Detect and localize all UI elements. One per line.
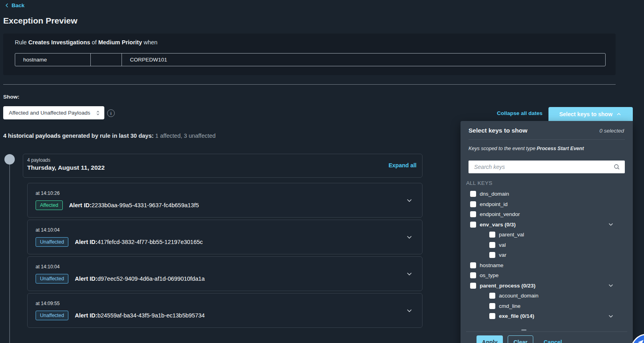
info-icon[interactable]: i <box>107 109 115 117</box>
back-link[interactable]: Back <box>4 2 24 8</box>
collapse-all-dates-link[interactable]: Collapse all dates <box>497 110 542 116</box>
paper-plane-icon <box>637 339 644 343</box>
key-row[interactable]: var <box>461 250 633 260</box>
rule-of: of <box>92 39 97 46</box>
chevron-down-icon[interactable] <box>607 221 614 228</box>
alert-id-label: Alert ID: <box>75 239 97 245</box>
date-group-header[interactable]: 4 payloads Thursday, August 11, 2022 Exp… <box>23 154 423 178</box>
alert-id-label: Alert ID: <box>69 202 92 208</box>
checkbox[interactable] <box>489 313 495 319</box>
panel-divider <box>469 139 625 140</box>
rule-priority: Medium Priority <box>98 39 142 46</box>
checkbox[interactable] <box>470 211 476 217</box>
date-group-date: Thursday, August 11, 2022 <box>27 164 105 171</box>
alert-id-value: d97eec52-9409-4d6a-af1d-0699010fda1a <box>98 276 205 282</box>
checkbox[interactable] <box>470 272 476 278</box>
all-keys-section-label: ALL KEYS <box>466 180 492 186</box>
checkbox[interactable] <box>489 293 495 299</box>
key-row[interactable]: os_type <box>461 270 633 281</box>
key-label: cmd_line <box>499 303 520 309</box>
key-row[interactable]: endpoint_id <box>461 199 633 210</box>
alert-id-text: Alert ID:b24559af-ba34-43f5-9a1b-ec13b5b… <box>75 312 205 319</box>
timeline-line <box>9 165 10 343</box>
key-row[interactable]: parent_val <box>461 230 633 240</box>
checkbox[interactable] <box>489 252 495 258</box>
key-label: os_type <box>480 272 498 278</box>
payload-card[interactable]: at 14:10:04 Unaffected Alert ID:417fefcd… <box>27 220 423 254</box>
status-badge: Unaffected <box>36 311 68 320</box>
keys-panel-title: Select keys to show <box>469 127 527 134</box>
key-row[interactable]: env_vars (0/3) <box>461 220 633 230</box>
key-row[interactable]: exe_file (0/14) <box>461 311 633 321</box>
checkbox[interactable] <box>470 262 476 268</box>
expand-all-link[interactable]: Expand all <box>389 162 417 169</box>
cancel-link[interactable]: Cancel <box>544 339 562 343</box>
key-label: parent_process (0/23) <box>480 283 536 289</box>
rule-action: Creates Investigations <box>28 39 90 46</box>
key-row[interactable]: val <box>461 240 633 250</box>
panel-divider <box>466 331 627 332</box>
alert-id-value: 417fefcd-3832-4f77-bb55-12197e30165c <box>98 239 203 245</box>
alert-id-label: Alert ID: <box>75 312 97 319</box>
checkbox[interactable] <box>489 303 495 309</box>
key-row[interactable]: parent_process (0/23) <box>461 281 633 291</box>
show-filter-value: Affected and Unaffected Payloads <box>9 110 90 116</box>
checkbox[interactable] <box>470 283 476 289</box>
select-keys-panel: Select keys to show 0 selected Keys scop… <box>461 121 633 343</box>
select-keys-to-show-button[interactable]: Select keys to show <box>548 107 633 121</box>
summary-middle: generated by rule in last 30 days: <box>62 133 154 139</box>
chevron-down-icon[interactable] <box>607 313 614 320</box>
rule-prefix: Rule <box>15 39 27 46</box>
panel-actions: Apply Clear Cancel <box>477 335 562 343</box>
payload-list: at 14:10:26 Affected Alert ID:2233b0aa-9… <box>27 183 423 328</box>
chevron-up-icon <box>616 111 622 117</box>
select-keys-button-label: Select keys to show <box>559 111 612 117</box>
chevron-down-icon[interactable] <box>607 282 614 289</box>
payload-time: at 14:10:26 <box>36 190 414 196</box>
search-keys-input[interactable] <box>469 161 625 173</box>
checkbox[interactable] <box>470 201 476 207</box>
rule-suffix: when <box>144 39 158 46</box>
clear-button[interactable]: Clear <box>508 335 533 343</box>
key-label: exe_file (0/14) <box>499 313 534 319</box>
key-label: parent_val <box>499 232 524 238</box>
date-group-payload-count: 4 payloads <box>27 157 50 163</box>
key-row[interactable]: hostname <box>461 260 633 271</box>
key-label: endpoint_id <box>480 201 508 207</box>
show-filter-label: Show: <box>3 94 20 100</box>
summary-count: 4 historical payloads <box>3 133 60 139</box>
chevron-down-icon[interactable] <box>405 270 413 278</box>
key-row[interactable]: endpoint_vendor <box>461 209 633 220</box>
key-list: dns_domain endpoint_id endpoint_vendor e… <box>461 189 633 321</box>
checkbox[interactable] <box>489 242 495 248</box>
key-row[interactable]: account_domain <box>461 291 633 301</box>
show-filter-select[interactable]: Affected and Unaffected Payloads <box>3 106 104 119</box>
payload-card[interactable]: at 14:10:26 Affected Alert ID:2233b0aa-9… <box>27 183 423 218</box>
page-title: Exception Preview <box>3 16 78 26</box>
alert-id-text: Alert ID:d97eec52-9409-4d6a-af1d-0699010… <box>75 276 205 282</box>
chevron-down-icon[interactable] <box>405 196 413 204</box>
chevron-left-icon <box>4 2 10 8</box>
search-icon <box>613 163 620 171</box>
key-label: endpoint_vendor <box>480 211 520 217</box>
payload-card[interactable]: at 14:09:55 Unaffected Alert ID:b24559af… <box>27 293 423 328</box>
rule-description: RuleCreates InvestigationsofMedium Prior… <box>15 39 159 46</box>
key-row[interactable]: dns_domain <box>461 189 633 199</box>
summary-breakdown: 1 affected, 3 unaffected <box>155 133 215 139</box>
apply-button[interactable]: Apply <box>477 335 503 343</box>
condition-value-cell: CORPEDW101 <box>122 53 606 66</box>
chevron-down-icon[interactable] <box>405 233 413 241</box>
status-badge: Affected <box>36 200 63 210</box>
payload-time: at 14:10:04 <box>36 264 414 270</box>
key-row[interactable]: cmd_line <box>461 301 633 311</box>
chevron-down-icon[interactable] <box>405 307 413 315</box>
back-label: Back <box>12 2 24 8</box>
checkbox[interactable] <box>489 232 495 238</box>
status-badge: Unaffected <box>36 237 68 247</box>
payload-summary-line: 4 historical payloadsgenerated by rule i… <box>3 133 215 139</box>
rule-condition-row: hostname CORPEDW101 <box>15 53 606 66</box>
scope-event-type: Process Start Event <box>536 146 584 151</box>
checkbox[interactable] <box>470 191 476 197</box>
checkbox[interactable] <box>470 222 476 228</box>
payload-card[interactable]: at 14:10:04 Unaffected Alert ID:d97eec52… <box>27 256 423 291</box>
